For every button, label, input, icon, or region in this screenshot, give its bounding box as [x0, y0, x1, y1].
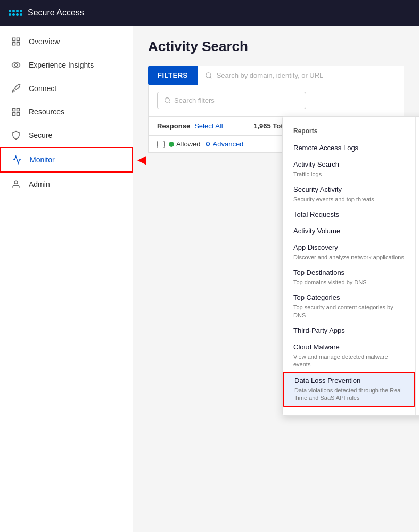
sidebar-label-resources: Resources — [29, 108, 64, 116]
svg-rect-8 — [17, 113, 20, 116]
sidebar-label-connect: Connect — [29, 84, 56, 93]
search-bar[interactable]: Search by domain, identity, or URL — [198, 66, 404, 85]
activity-volume-title: Activity Volume — [293, 227, 405, 236]
data-loss-prevention-sub: Data violations detected through the Rea… — [294, 387, 404, 402]
remote-access-logs-title: Remote Access Logs — [293, 144, 405, 153]
search-placeholder-text: Search by domain, identity, or URL — [217, 71, 324, 79]
data-loss-prevention-title: Data Loss Prevention — [294, 377, 404, 386]
cloud-malware-sub: View and manage detected malware events — [293, 353, 405, 369]
shield-icon — [11, 130, 21, 141]
top-categories-title: Top Categories — [293, 293, 405, 302]
management-column: Management Exported Reports Scheduled Re… — [416, 117, 420, 415]
eye-icon — [11, 60, 21, 70]
filter-search-field[interactable]: Search filters — [157, 92, 306, 109]
svg-rect-0 — [12, 38, 15, 40]
sidebar-item-resources[interactable]: Resources — [0, 100, 133, 124]
chart-icon — [12, 154, 22, 165]
dropdown-item-scheduled-reports[interactable]: Scheduled Reports — [416, 157, 420, 173]
dropdown-item-saved-searches[interactable]: Saved Searches — [416, 173, 420, 190]
sidebar: Overview Experience Insights Connect Res… — [0, 26, 133, 532]
cloud-malware-title: Cloud Malware — [293, 343, 405, 352]
svg-rect-1 — [17, 38, 20, 40]
select-all-link[interactable]: Select All — [194, 122, 223, 130]
third-party-apps-title: Third-Party Apps — [293, 326, 405, 335]
svg-point-10 — [206, 72, 210, 77]
allowed-badge: Allowed — [169, 140, 201, 148]
reports-section-title: Reports — [283, 125, 415, 140]
apps-icon — [11, 107, 21, 117]
filter-panel: Search filters — [148, 85, 404, 116]
sidebar-item-secure[interactable]: Secure — [0, 124, 133, 147]
filters-button[interactable]: FILTERS — [148, 66, 198, 85]
gear-icon: ⚙ — [205, 141, 211, 148]
top-destinations-sub: Top domains visited by DNS — [293, 279, 405, 286]
page-title: Activity Search — [148, 38, 404, 55]
search-icon — [205, 72, 212, 79]
allowed-checkbox[interactable] — [157, 141, 165, 148]
top-destinations-title: Top Destinations — [293, 268, 405, 277]
management-section-title: Management — [416, 125, 420, 140]
dropdown-item-app-discovery[interactable]: App Discovery Discover and analyze netwo… — [283, 240, 415, 265]
reports-column: Reports Remote Access Logs Activity Sear… — [283, 117, 416, 415]
filter-search-placeholder: Search filters — [174, 96, 215, 104]
cisco-dots-icon — [9, 10, 22, 16]
svg-point-4 — [15, 64, 18, 67]
topbar: Secure Access — [0, 0, 419, 26]
svg-rect-3 — [17, 43, 20, 45]
total-requests-title: Total Requests — [293, 210, 405, 219]
cisco-logo — [9, 10, 22, 16]
svg-point-9 — [14, 181, 18, 184]
rocket-icon — [11, 83, 21, 94]
dropdown-item-total-requests[interactable]: Total Requests — [283, 207, 415, 223]
dropdown-item-exported-reports[interactable]: Exported Reports — [416, 140, 420, 157]
svg-rect-6 — [17, 108, 20, 111]
svg-rect-5 — [12, 108, 15, 111]
svg-rect-7 — [12, 113, 15, 116]
dropdown-item-security-activity[interactable]: Security Activity Security events and to… — [283, 182, 415, 207]
sidebar-item-experience-insights[interactable]: Experience Insights — [0, 53, 133, 77]
sidebar-label-overview: Overview — [29, 37, 60, 46]
sidebar-item-connect[interactable]: Connect — [0, 77, 133, 100]
security-activity-sub: Security events and top threats — [293, 195, 405, 203]
dropdown-item-data-loss-prevention[interactable]: ▶ Data Loss Prevention Data violations d… — [283, 372, 415, 406]
security-activity-title: Security Activity — [293, 185, 405, 194]
content-area: Activity Search FILTERS Search by domain… — [133, 26, 419, 532]
monitor-dropdown: Reports Remote Access Logs Activity Sear… — [282, 116, 419, 416]
app-discovery-title: App Discovery — [293, 243, 405, 252]
green-status-dot — [169, 142, 174, 147]
sidebar-label-secure: Secure — [29, 131, 52, 140]
app-title: Secure Access — [28, 8, 84, 18]
dropdown-item-activity-volume[interactable]: Activity Volume — [283, 223, 415, 240]
sidebar-label-monitor: Monitor — [30, 155, 55, 164]
dropdown-item-third-party-apps[interactable]: Third-Party Apps — [283, 323, 415, 339]
dropdown-item-cloud-malware[interactable]: Cloud Malware View and manage detected m… — [283, 339, 415, 372]
sidebar-label-experience-insights: Experience Insights — [29, 61, 94, 69]
allowed-label: Allowed — [176, 140, 201, 148]
svg-point-11 — [165, 98, 170, 103]
app-discovery-sub: Discover and analyze network application… — [293, 253, 405, 261]
sidebar-item-overview[interactable]: Overview — [0, 30, 133, 53]
sidebar-label-admin: Admin — [29, 180, 50, 189]
grid-icon — [11, 36, 21, 47]
dropdown-item-top-destinations[interactable]: Top Destinations Top domains visited by … — [283, 265, 415, 290]
activity-search-title: Activity Search — [293, 160, 405, 169]
dropdown-item-admin-audit-log[interactable]: Admin Audit Log — [416, 190, 420, 206]
svg-rect-2 — [12, 43, 15, 45]
dropdown-item-activity-search[interactable]: Activity Search Traffic logs — [283, 157, 415, 182]
dropdown-item-remote-access-logs[interactable]: Remote Access Logs — [283, 140, 415, 157]
results-left: Response Select All — [157, 122, 223, 130]
advanced-label: Advanced — [213, 140, 244, 148]
top-categories-sub: Top security and content categories by D… — [293, 304, 405, 319]
response-header: Response — [157, 122, 190, 130]
sidebar-item-admin[interactable]: Admin — [0, 173, 133, 196]
filter-search-icon — [164, 97, 171, 104]
person-icon — [11, 179, 21, 190]
search-toolbar: FILTERS Search by domain, identity, or U… — [148, 66, 404, 85]
dropdown-item-top-categories[interactable]: Top Categories Top security and content … — [283, 290, 415, 322]
sidebar-item-monitor[interactable]: Monitor ◀ — [0, 147, 133, 173]
advanced-link[interactable]: ⚙ Advanced — [205, 140, 244, 148]
activity-search-sub: Traffic logs — [293, 170, 405, 178]
